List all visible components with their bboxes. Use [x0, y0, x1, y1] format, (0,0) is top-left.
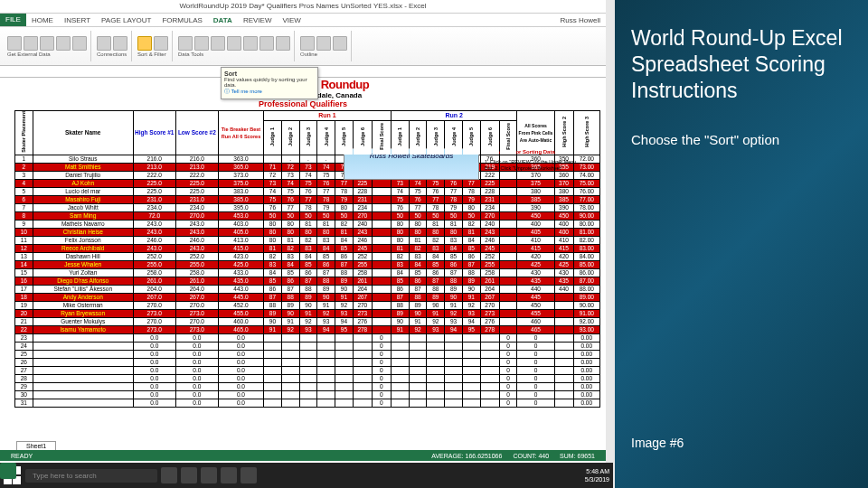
- table-row[interactable]: 21Guenter Mokulys 270.0270.0460.0 909192…: [15, 317, 600, 325]
- other-sources-icon[interactable]: [56, 36, 71, 51]
- tab-home[interactable]: HOME: [26, 16, 59, 24]
- table-row[interactable]: 4AJ Kohn 225.0225.0375.0 7374757677225 7…: [15, 179, 600, 187]
- tab-insert[interactable]: INSERT: [59, 16, 96, 24]
- sheet-qualifiers: Professional Qualifiers: [0, 99, 606, 108]
- excel-window: WorldRoundUp 2019 Day* Qualifiers Pros N…: [0, 0, 606, 488]
- user-label: Russ Howell: [555, 16, 606, 24]
- ribbon-tabs: FILE HOME INSERT PAGE LAYOUT FORMULAS DA…: [0, 14, 606, 27]
- ribbon: Get External Data Connections Sort & Fil…: [0, 27, 606, 66]
- table-row[interactable]: 3Daniel Trujillo 222.0222.0373.0 7273747…: [15, 171, 600, 179]
- table-row[interactable]: 230.00.00.0 00 00.00: [15, 333, 600, 342]
- table-row[interactable]: 6Masahiro Fuji 231.0231.0385.0 757677787…: [15, 195, 600, 203]
- store-icon[interactable]: [221, 467, 237, 483]
- sort-tooltip: Sort Find values quickly by sorting your…: [221, 67, 318, 99]
- connections-icon[interactable]: [113, 36, 127, 51]
- ribbon-group-external: Get External Data: [4, 31, 91, 61]
- worksheet: World Freestyle Roundup May 17, 2019 • C…: [0, 78, 606, 408]
- table-row[interactable]: 8Sam Ming 72.0270.0453.0 5050505050270 5…: [15, 211, 600, 220]
- table-row[interactable]: 250.00.00.0 00 00.00: [15, 350, 600, 358]
- from-access-icon[interactable]: [7, 36, 22, 51]
- ribbon-group-sort: Sort & Filter: [134, 31, 173, 61]
- table-row[interactable]: 10Christian Heise 243.0243.0405.0 808080…: [15, 228, 600, 236]
- table-row[interactable]: 12Reece Archibald 243.0243.0415.0 818283…: [15, 244, 600, 252]
- table-row[interactable]: 240.00.00.0 00 00.00: [15, 342, 600, 350]
- task-view-icon[interactable]: [161, 467, 177, 483]
- table-row[interactable]: 280.00.00.0 00 00.00: [15, 374, 600, 382]
- word-icon[interactable]: [241, 467, 257, 483]
- tab-data[interactable]: DATA: [208, 16, 238, 24]
- explorer-icon[interactable]: [201, 467, 217, 483]
- taskbar-search[interactable]: Type here to search: [25, 469, 157, 483]
- table-row[interactable]: 300.00.00.0 00 00.00: [15, 390, 600, 399]
- taskbar: Type here to search 5:48 AM5/3/2019: [0, 463, 613, 488]
- text-to-columns-icon[interactable]: [178, 36, 193, 51]
- slide-instruction: Choose the "Sort" option: [631, 132, 852, 147]
- refresh-icon[interactable]: [97, 36, 111, 51]
- table-row[interactable]: 9Matheis Navarro 243.0243.0403.0 8080818…: [15, 220, 600, 228]
- existing-conn-icon[interactable]: [72, 36, 87, 51]
- ribbon-group-connections: Connections: [93, 31, 132, 61]
- excel-icon[interactable]: [0, 463, 16, 479]
- scores-table[interactable]: Skater Placement Skater Name High Score …: [14, 110, 600, 408]
- subtotal-icon[interactable]: [333, 36, 347, 51]
- table-row[interactable]: 18Andy Anderson 267.0267.0445.0 87888990…: [15, 293, 600, 301]
- table-row[interactable]: 15Yuri Zoltan 258.0258.0433.0 8485868788…: [15, 268, 600, 277]
- from-web-icon[interactable]: [24, 36, 38, 51]
- table-row[interactable]: 260.00.00.0 00 00.00: [15, 358, 600, 366]
- table-row[interactable]: 19Mike Osterman 270.0270.0452.0 88899091…: [15, 301, 600, 309]
- filter-button[interactable]: [154, 36, 168, 51]
- table-row[interactable]: 17Stefan "Lillis" Åkesson 264.0264.0443.…: [15, 285, 600, 293]
- consolidate-icon[interactable]: [243, 36, 258, 51]
- edge-icon[interactable]: [181, 467, 197, 483]
- whatif-icon[interactable]: [259, 36, 274, 51]
- image-number: Image #6: [631, 436, 684, 450]
- tab-pagelayout[interactable]: PAGE LAYOUT: [96, 16, 156, 24]
- table-row[interactable]: 20Ryan Bryewsson 273.0273.0455.0 8990919…: [15, 309, 600, 317]
- table-row[interactable]: 310.00.00.0 00 00.00: [15, 399, 600, 407]
- validation-icon[interactable]: [227, 36, 241, 51]
- slide-title: World Round-Up Excel Spreadsheet Scoring…: [631, 25, 852, 103]
- status-bar: READY AVERAGE: 166.6251066 COUNT: 440 SU…: [0, 450, 606, 461]
- table-row[interactable]: 22Isamu Yamamoto 273.0273.0465.0 9192939…: [15, 325, 600, 333]
- window-title: WorldRoundUp 2019 Day* Qualifiers Pros N…: [0, 0, 606, 14]
- table-row[interactable]: 14Jesse Whalen 255.0255.0425.0 838485868…: [15, 260, 600, 268]
- taskbar-clock[interactable]: 5:48 AM5/3/2019: [585, 467, 609, 483]
- table-row[interactable]: 5Lucio del mar 225.0225.0383.0 747576777…: [15, 187, 600, 195]
- table-row[interactable]: 290.00.00.0 00 00.00: [15, 382, 600, 390]
- table-row[interactable]: 13Dashawn Hill 252.0252.0423.0 828384858…: [15, 252, 600, 260]
- ribbon-group-tools: Data Tools: [175, 31, 295, 61]
- tab-formulas[interactable]: FORMULAS: [156, 16, 207, 24]
- group-icon[interactable]: [300, 36, 315, 51]
- ungroup-icon[interactable]: [316, 36, 331, 51]
- relationships-icon[interactable]: [276, 36, 290, 51]
- sort-button[interactable]: [137, 36, 152, 51]
- tab-review[interactable]: REVIEW: [238, 16, 278, 24]
- remove-dup-icon[interactable]: [211, 36, 225, 51]
- tab-view[interactable]: VIEW: [277, 16, 306, 24]
- table-row[interactable]: 16Diego D'ras Alfonso 261.0261.0435.0 85…: [15, 277, 600, 285]
- slide-text-panel: World Round-Up Excel Spreadsheet Scoring…: [615, 0, 868, 488]
- sheet-tab[interactable]: Sheet1: [16, 441, 56, 450]
- tab-file[interactable]: FILE: [0, 14, 26, 26]
- table-row[interactable]: 11Felix Jonsson 246.0246.0413.0 80818283…: [15, 236, 600, 244]
- flash-fill-icon[interactable]: [194, 36, 209, 51]
- table-row[interactable]: 7Jacob Whitt 234.0234.0395.0 76777879802…: [15, 203, 600, 211]
- ribbon-group-outline: Outline: [297, 31, 352, 61]
- table-row[interactable]: 270.00.00.0 00 00.00: [15, 366, 600, 374]
- directions-steps: 1. Click on "REVIEW" on the Upper Menu B…: [485, 159, 582, 172]
- from-text-icon[interactable]: [40, 36, 54, 51]
